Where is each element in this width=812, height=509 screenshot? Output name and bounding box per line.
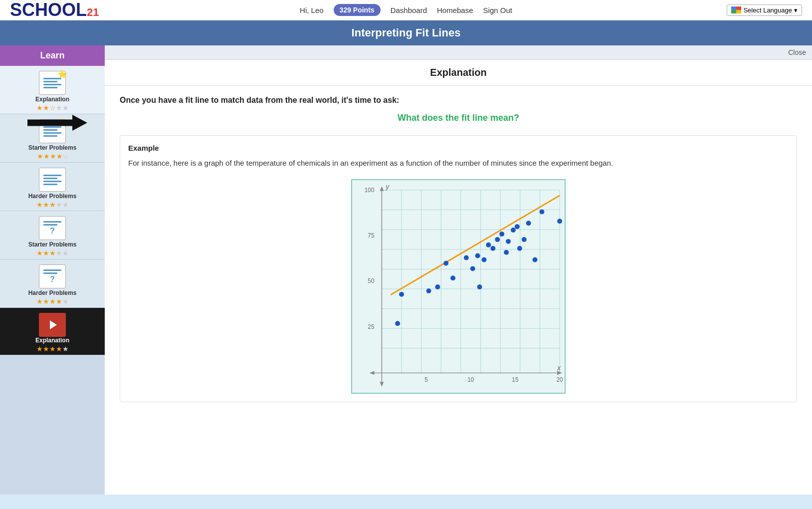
header-nav: Hi, Leo 329 Points Dashboard Homebase Si… [300, 4, 512, 16]
explanation-stars: ★★☆★★ [36, 104, 69, 112]
example-label: Example [128, 144, 789, 152]
starter-problems-1-stars: ★★★★½ [37, 152, 68, 160]
svg-text:25: 25 [368, 323, 375, 330]
svg-point-52 [482, 257, 487, 262]
doc-line [43, 178, 57, 179]
intro-text: Once you have a fit line to match data f… [120, 96, 797, 105]
starred-icon: ⭐ [57, 69, 67, 79]
logo-school-text: SCHOOL [10, 0, 87, 20]
logo: SCHOOL21 [10, 0, 99, 20]
homebase-link[interactable]: Homebase [437, 6, 473, 14]
main-layout: Learn ⭐ Explanation ★★☆★★ [0, 45, 812, 495]
select-language-button[interactable]: Select Language ▾ [727, 4, 802, 16]
doc-line [43, 175, 61, 176]
arrow-shape [27, 115, 87, 131]
points-badge[interactable]: 329 Points [334, 4, 381, 16]
explanation-title: Explanation [105, 60, 812, 86]
video-explanation-stars: ★★★★★ [36, 345, 69, 353]
doc-line [43, 135, 57, 137]
harder-problems-1-stars: ★★★★★ [36, 201, 69, 209]
svg-point-55 [495, 237, 500, 242]
harder-problems-2-label: Harder Problems [28, 289, 77, 296]
doc-line [43, 221, 61, 223]
sidebar-item-harder-problems-2[interactable]: ? Harder Problems ★★★★★ [0, 259, 105, 308]
starter-problems-2-icon: ? [39, 216, 66, 240]
close-button[interactable]: Close [788, 48, 806, 56]
svg-text:5: 5 [424, 376, 428, 383]
svg-point-45 [435, 284, 440, 289]
header: SCHOOL21 Hi, Leo 329 Points Dashboard Ho… [0, 0, 812, 20]
svg-text:x: x [557, 364, 561, 372]
harder-problems-1-icon [39, 168, 66, 192]
greeting-text: Hi, Leo [300, 6, 324, 14]
play-triangle [50, 320, 57, 329]
svg-rect-3 [736, 10, 741, 13]
svg-point-62 [522, 237, 527, 242]
graph-container: y x 100 75 50 25 5 10 15 [128, 179, 789, 394]
content-area: Close Explanation Once you have a fit li… [105, 45, 812, 495]
harder-problems-2-stars: ★★★★★ [36, 297, 69, 305]
google-translate-icon [731, 6, 741, 13]
example-box: Example For instance, here is a graph of… [120, 135, 797, 402]
content-header: Close [105, 45, 812, 60]
content-body: Once you have a fit line to match data f… [105, 86, 812, 420]
title-bar: Interpreting Fit Lines [0, 20, 812, 45]
explanation-label: Explanation [35, 96, 69, 103]
sidebar-item-video-explanation[interactable]: Explanation ★★★★★ [0, 308, 105, 355]
svg-text:50: 50 [368, 277, 375, 284]
svg-point-61 [517, 246, 522, 251]
doc-line [43, 132, 61, 134]
svg-point-53 [486, 243, 491, 248]
svg-rect-1 [736, 6, 741, 10]
svg-rect-0 [731, 6, 736, 10]
svg-point-46 [443, 260, 448, 265]
svg-text:20: 20 [556, 376, 563, 383]
svg-text:75: 75 [368, 232, 375, 239]
sidebar-item-starter-problems-2[interactable]: ? Starter Problems ★★★★★ [0, 211, 105, 259]
svg-point-65 [539, 209, 544, 214]
starter-problems-2-label: Starter Problems [28, 241, 77, 248]
svg-point-47 [450, 275, 455, 280]
select-language-label: Select Language [743, 6, 792, 14]
svg-rect-2 [731, 10, 736, 13]
svg-text:y: y [385, 183, 390, 191]
svg-point-59 [511, 228, 516, 233]
svg-point-57 [504, 250, 509, 255]
video-play-icon [39, 313, 66, 337]
svg-point-58 [506, 239, 511, 244]
svg-point-66 [557, 219, 562, 224]
svg-point-48 [464, 255, 469, 260]
svg-point-49 [470, 266, 475, 271]
svg-text:100: 100 [365, 187, 375, 194]
svg-point-42 [395, 321, 400, 326]
harder-problems-2-icon: ? [39, 264, 66, 288]
doc-line [43, 272, 57, 274]
doc-line [43, 269, 61, 271]
dropdown-arrow-icon: ▾ [794, 6, 798, 14]
svg-point-63 [526, 221, 531, 226]
doc-line [43, 84, 61, 85]
scatter-plot: y x 100 75 50 25 5 10 15 [351, 179, 566, 394]
svg-text:15: 15 [512, 376, 519, 383]
learn-tab[interactable]: Learn [0, 45, 105, 66]
pointer-arrow [27, 115, 87, 131]
dashboard-link[interactable]: Dashboard [391, 6, 427, 14]
doc-line [43, 181, 61, 182]
svg-point-43 [399, 292, 404, 297]
sidebar-item-harder-problems-1[interactable]: Harder Problems ★★★★★ [0, 163, 105, 211]
video-explanation-label: Explanation [35, 337, 69, 344]
sidebar-item-explanation[interactable]: ⭐ Explanation ★★☆★★ [0, 66, 105, 114]
explanation-icon: ⭐ [39, 71, 66, 95]
harder-problems-1-label: Harder Problems [28, 193, 77, 200]
doc-line [43, 224, 57, 226]
starter-problems-1-label: Starter Problems [28, 144, 77, 151]
doc-line [43, 87, 57, 88]
svg-point-60 [515, 224, 520, 229]
doc-line [43, 184, 57, 185]
svg-point-50 [477, 284, 482, 289]
signout-link[interactable]: Sign Out [483, 6, 512, 14]
svg-point-64 [533, 257, 538, 262]
svg-point-44 [426, 288, 431, 293]
page-title: Interpreting Fit Lines [352, 26, 461, 39]
svg-text:10: 10 [467, 376, 474, 383]
